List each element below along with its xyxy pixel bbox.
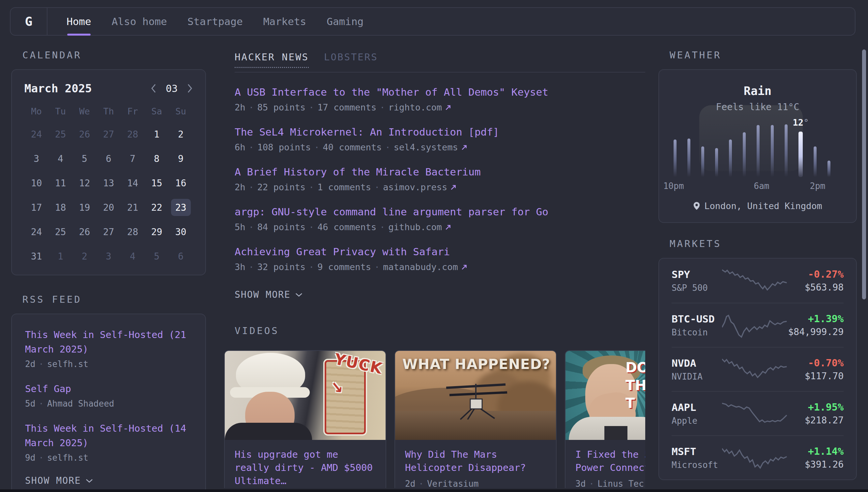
rss-item-title[interactable]: This Week in Self-Hosted (14 March 2025) xyxy=(25,421,192,450)
calendar-day[interactable]: 1 xyxy=(144,126,169,143)
calendar-day[interactable]: 3 xyxy=(97,248,121,265)
calendar-day[interactable]: 31 xyxy=(24,248,48,265)
market-row[interactable]: AAPL Apple +1.95% $218.27 xyxy=(672,391,844,435)
video-title[interactable]: I Fixed the 5 Power Connect xyxy=(575,448,645,474)
calendar-day[interactable]: 29 xyxy=(144,223,169,240)
weather-bar[interactable] xyxy=(743,132,746,177)
calendar-day[interactable]: 5 xyxy=(144,248,169,265)
news-item-title[interactable]: Achieving Great Privacy with Safari xyxy=(235,245,645,259)
calendar-day[interactable]: 4 xyxy=(48,150,73,167)
rss-section-title: RSS FEED xyxy=(22,294,206,305)
news-item-title[interactable]: A Brief History of the Miracle Bacterium xyxy=(235,165,645,179)
app-logo[interactable]: G xyxy=(10,8,48,35)
news-item-domain[interactable]: asimov.press xyxy=(383,182,447,192)
tab-hacker-news[interactable]: HACKER NEWS xyxy=(235,51,309,68)
video-title[interactable]: Why Did The Mars Helicopter Disappear? xyxy=(405,448,546,474)
dot-separator: · xyxy=(249,182,254,192)
calendar-day[interactable]: 16 xyxy=(169,174,193,192)
calendar-day[interactable]: 7 xyxy=(121,150,144,167)
news-item-domain[interactable]: matanabudy.com xyxy=(383,262,458,272)
weather-bar[interactable] xyxy=(771,125,774,177)
weather-bar[interactable] xyxy=(674,140,677,177)
calendar-day[interactable]: 6 xyxy=(169,248,193,265)
calendar-day[interactable]: 25 xyxy=(48,126,73,143)
weather-bar[interactable] xyxy=(827,161,831,177)
calendar-day[interactable]: 10 xyxy=(24,174,48,192)
video-thumbnail: DO TH T xyxy=(565,351,645,440)
calendar-day[interactable]: 26 xyxy=(73,223,97,240)
calendar-day[interactable]: 2 xyxy=(73,248,97,265)
calendar-day[interactable]: 13 xyxy=(97,174,121,192)
rss-item-title[interactable]: This Week in Self-Hosted (21 March 2025) xyxy=(25,327,192,356)
calendar-day[interactable]: 5 xyxy=(73,150,97,167)
nav-tab[interactable]: Gaming xyxy=(326,16,364,27)
weekday-label: We xyxy=(73,106,97,116)
calendar-day[interactable]: 17 xyxy=(24,199,48,216)
calendar-day[interactable]: 15 xyxy=(144,174,169,192)
weather-bar[interactable] xyxy=(798,131,803,177)
weather-bar[interactable] xyxy=(729,140,732,177)
weather-bar[interactable] xyxy=(687,139,690,177)
calendar-day[interactable]: 21 xyxy=(121,199,144,216)
calendar-day[interactable]: 22 xyxy=(144,199,169,216)
news-item-title[interactable]: argp: GNU-style command line argument pa… xyxy=(235,205,645,219)
nav-tab[interactable]: Also home xyxy=(112,16,167,27)
weekday-label: Su xyxy=(169,106,193,116)
calendar-day[interactable]: 3 xyxy=(24,150,48,167)
weather-bar[interactable] xyxy=(785,124,788,177)
page-scrollbar[interactable] xyxy=(862,49,866,299)
calendar-day[interactable]: 8 xyxy=(144,150,169,167)
middle-column: HACKER NEWS LOBSTERS A USB Interface to … xyxy=(224,49,645,488)
nav-tab[interactable]: Markets xyxy=(263,16,307,27)
calendar-day[interactable]: 18 xyxy=(48,199,73,216)
calendar-next-icon[interactable] xyxy=(187,83,193,93)
calendar-day[interactable]: 6 xyxy=(97,150,121,167)
calendar-day[interactable]: 14 xyxy=(121,174,144,192)
weather-bar[interactable] xyxy=(701,146,704,177)
news-item-title[interactable]: A USB Interface to the "Mother of All De… xyxy=(235,85,645,99)
calendar-day[interactable]: 27 xyxy=(97,126,121,143)
weather-bar[interactable] xyxy=(757,125,760,177)
calendar-day[interactable]: 9 xyxy=(169,150,193,167)
market-row[interactable]: BTC-USD Bitcoin +1.39% $84,999.29 xyxy=(672,303,844,347)
calendar-day[interactable]: 23 xyxy=(171,199,191,216)
calendar-day[interactable]: 19 xyxy=(73,199,97,216)
calendar-day[interactable]: 11 xyxy=(48,174,73,192)
nav-tabs: Home Also home Startpage Markets Gaming xyxy=(48,8,364,35)
calendar-day[interactable]: 30 xyxy=(169,223,193,240)
rss-show-more-button[interactable]: SHOW MORE xyxy=(25,475,192,486)
calendar-day[interactable]: 2 xyxy=(169,126,193,143)
video-title[interactable]: His upgrade got me really dirty - AMD $5… xyxy=(235,448,376,487)
calendar-day[interactable]: 24 xyxy=(24,126,48,143)
tab-lobsters[interactable]: LOBSTERS xyxy=(324,51,378,68)
calendar-day[interactable]: 28 xyxy=(121,223,144,240)
news-item-domain[interactable]: righto.com xyxy=(388,102,442,113)
news-item-title[interactable]: The SeL4 Microkernel: An Introduction [p… xyxy=(235,125,645,139)
news-show-more-button[interactable]: SHOW MORE xyxy=(235,289,645,300)
calendar-day[interactable]: 28 xyxy=(121,126,144,143)
calendar-day[interactable]: 25 xyxy=(48,223,73,240)
video-card[interactable]: WHAT HAPPENED? Why Did The Mars Helicopt… xyxy=(394,350,557,488)
chevron-down-icon xyxy=(295,293,303,297)
market-symbol: AAPL xyxy=(672,401,722,413)
calendar-day[interactable]: 26 xyxy=(73,126,97,143)
calendar-day[interactable]: 20 xyxy=(97,199,121,216)
news-item-domain[interactable]: github.com xyxy=(388,222,442,232)
nav-tab[interactable]: Startpage xyxy=(187,16,243,27)
calendar-prev-icon[interactable] xyxy=(151,83,157,93)
weather-bar[interactable] xyxy=(715,148,718,177)
calendar-day[interactable]: 1 xyxy=(48,248,73,265)
calendar-day[interactable]: 4 xyxy=(121,248,144,265)
rss-item-title[interactable]: Self Gap xyxy=(25,382,192,396)
video-card[interactable]: DO TH T I Fixed the 5 Power Connect 3d·L… xyxy=(565,350,645,488)
market-row[interactable]: MSFT Microsoft +1.14% $391.26 xyxy=(672,435,844,479)
weather-bar[interactable] xyxy=(814,146,817,177)
news-item-domain[interactable]: sel4.systems xyxy=(394,142,458,152)
market-row[interactable]: NVDA NVIDIA -0.70% $117.70 xyxy=(672,347,844,391)
calendar-day[interactable]: 12 xyxy=(73,174,97,192)
video-card[interactable]: YUCK ↘ His upgrade got me really dirty -… xyxy=(224,350,386,488)
calendar-day[interactable]: 24 xyxy=(24,223,48,240)
nav-tab[interactable]: Home xyxy=(67,16,91,27)
calendar-day[interactable]: 27 xyxy=(97,223,121,240)
market-row[interactable]: SPY S&P 500 -0.27% $563.98 xyxy=(672,259,844,303)
